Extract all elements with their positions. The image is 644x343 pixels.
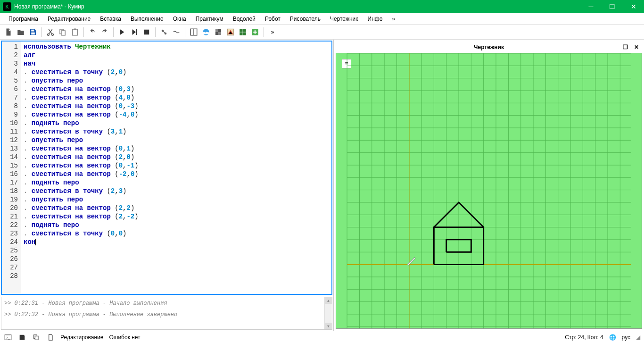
paste-icon[interactable]: [69, 26, 81, 38]
statusbar: >_ Редактирование Ошибок нет Стр: 24, Ко…: [0, 331, 644, 343]
titlebar: K Новая программа* - Кумир ─ ☐ ✕: [0, 0, 644, 13]
status-globe-icon[interactable]: 🌐: [609, 334, 616, 341]
svg-line-12: [163, 31, 165, 33]
canvas-header: Чертежник ❐ ✕: [336, 42, 642, 53]
status-errors: Ошибок нет: [109, 334, 140, 341]
more-icon[interactable]: »: [267, 26, 278, 38]
open-file-icon[interactable]: [15, 26, 26, 38]
svg-rect-73: [35, 336, 38, 340]
menu-вставка[interactable]: Вставка: [95, 14, 126, 24]
console-line: >> 0:22:32 - Новая программа - Выполнени…: [4, 311, 329, 318]
svg-rect-0: [31, 29, 34, 31]
menu-программа[interactable]: Программа: [4, 14, 43, 24]
drawer-icon[interactable]: [237, 26, 248, 38]
code-editor[interactable]: 1234567891011121314151617181920212223242…: [1, 41, 332, 295]
painter-icon[interactable]: [225, 26, 236, 38]
menu-практикум[interactable]: Практикум: [191, 14, 228, 24]
copy-icon[interactable]: [57, 26, 68, 38]
actor-2-icon[interactable]: [171, 26, 182, 38]
svg-rect-5: [61, 31, 65, 35]
water-icon[interactable]: [200, 26, 212, 38]
output-console: >> 0:22:31 - Новая программа - Начало вы…: [1, 297, 332, 330]
line-gutter: 1234567891011121314151617181920212223242…: [2, 42, 21, 294]
redo-icon[interactable]: [99, 26, 110, 38]
canvas-title: Чертежник: [474, 44, 504, 50]
svg-rect-18: [218, 32, 221, 35]
toolbar: »: [0, 25, 644, 40]
svg-rect-17: [215, 29, 218, 32]
step-icon[interactable]: [129, 26, 140, 38]
menu-окна[interactable]: Окна: [168, 14, 191, 24]
robot-icon[interactable]: [213, 26, 224, 38]
svg-rect-8: [136, 29, 137, 35]
console-scrollbar[interactable]: ▲ ▼: [324, 297, 332, 329]
menu-инфо[interactable]: Инфо: [363, 14, 388, 24]
status-save-icon[interactable]: [18, 333, 26, 342]
menu-робот[interactable]: Робот: [260, 14, 285, 24]
cut-icon[interactable]: [45, 26, 56, 38]
svg-point-2: [48, 33, 50, 35]
minimize-button[interactable]: ─: [580, 0, 602, 13]
svg-point-3: [52, 33, 54, 35]
status-resize-grip-icon[interactable]: ◢: [636, 334, 640, 341]
svg-rect-9: [144, 29, 149, 34]
svg-rect-1: [31, 32, 35, 34]
scroll-up-icon[interactable]: ▲: [325, 297, 332, 304]
new-file-icon[interactable]: [3, 26, 14, 38]
svg-text:>_: >_: [6, 335, 10, 339]
grid-plus-icon[interactable]: [249, 26, 261, 38]
menu-выполнение[interactable]: Выполнение: [126, 14, 168, 24]
actor-1-icon[interactable]: [158, 26, 170, 38]
canvas-pane: Чертежник ❐ ✕ ≡: [334, 40, 644, 331]
canvas-close-icon[interactable]: ✕: [633, 43, 640, 51]
editor-pane: 1234567891011121314151617181920212223242…: [0, 40, 334, 331]
menu-чертежник[interactable]: Чертежник: [325, 14, 363, 24]
svg-rect-6: [73, 29, 78, 35]
code-area[interactable]: использовать Чертежникалгнач. сместиться…: [21, 42, 331, 294]
window-title: Новая программа* - Кумир: [14, 3, 580, 10]
app-icon: K: [3, 2, 11, 11]
save-file-icon[interactable]: [27, 26, 39, 38]
close-button[interactable]: ✕: [623, 0, 644, 13]
canvas-restore-icon[interactable]: ❐: [621, 43, 629, 51]
menu-рисователь[interactable]: Рисователь: [285, 14, 325, 24]
status-mode: Редактирование: [60, 334, 103, 341]
maximize-button[interactable]: ☐: [602, 0, 623, 13]
status-position: Стр: 24, Кол: 4: [565, 334, 603, 341]
menu-»[interactable]: »: [387, 14, 400, 24]
status-terminal-icon[interactable]: >_: [4, 333, 12, 342]
drawing-canvas[interactable]: ≡: [336, 53, 642, 329]
undo-icon[interactable]: [87, 26, 98, 38]
menu-водолей[interactable]: Водолей: [228, 14, 260, 24]
scroll-down-icon[interactable]: ▼: [325, 323, 332, 329]
panel-1-icon[interactable]: [188, 26, 199, 38]
console-line: >> 0:22:31 - Новая программа - Начало вы…: [4, 300, 329, 307]
run-icon[interactable]: [116, 26, 128, 38]
status-doc-icon[interactable]: [46, 333, 55, 342]
status-language: рус: [622, 334, 630, 341]
status-copy-icon[interactable]: [32, 333, 41, 342]
menubar: ПрограммаРедактированиеВставкаВыполнение…: [0, 13, 644, 25]
stop-icon[interactable]: [141, 26, 152, 38]
menu-редактирование[interactable]: Редактирование: [43, 14, 95, 24]
svg-rect-7: [74, 28, 76, 30]
